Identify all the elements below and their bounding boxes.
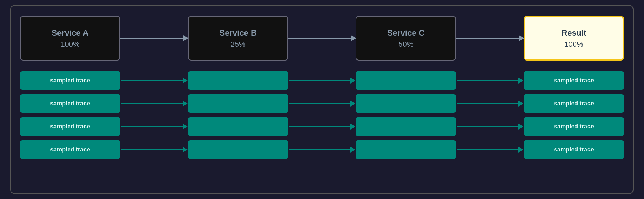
trace-arrow-4-bc bbox=[288, 140, 356, 159]
trace-arrow-line-1-cr bbox=[457, 80, 523, 81]
trace-badge-a-1: sampled trace bbox=[20, 71, 120, 90]
result-box: Result 100% bbox=[524, 16, 624, 61]
trace-arrow-line-2-ab bbox=[121, 103, 187, 104]
trace-badge-b-1 bbox=[188, 71, 288, 90]
trace-arrow-line-2-bc bbox=[289, 103, 355, 104]
arrow-c-result bbox=[456, 38, 524, 39]
trace-badge-c-1 bbox=[356, 71, 456, 90]
trace-arrow-line-1-bc bbox=[289, 80, 355, 81]
trace-arrow-line-4-cr bbox=[457, 149, 523, 150]
result-percent: 100% bbox=[564, 40, 583, 49]
service-b-percent: 25% bbox=[231, 40, 246, 49]
arrow-a-b bbox=[120, 38, 188, 39]
trace-row-4: sampled trace sampled trace bbox=[20, 140, 624, 159]
trace-arrow-line-2-cr bbox=[457, 103, 523, 104]
service-a-percent: 100% bbox=[60, 40, 79, 49]
trace-row-2: sampled trace sampled trace bbox=[20, 94, 624, 113]
trace-arrow-line-4-ab bbox=[121, 149, 187, 150]
trace-arrow-1-bc bbox=[288, 71, 356, 90]
trace-row-3: sampled trace sampled trace bbox=[20, 117, 624, 136]
trace-badge-b-2 bbox=[188, 94, 288, 113]
service-b-title: Service B bbox=[220, 28, 257, 38]
trace-arrow-2-cr bbox=[456, 94, 524, 113]
service-b-box: Service B 25% bbox=[188, 16, 288, 61]
arrow-line-c-result bbox=[456, 38, 524, 39]
traces-container: sampled trace sampled trace sampled trac… bbox=[20, 71, 624, 159]
trace-badge-result-4: sampled trace bbox=[524, 140, 624, 159]
trace-arrow-3-cr bbox=[456, 117, 524, 136]
service-c-box: Service C 50% bbox=[356, 16, 456, 61]
trace-arrow-2-bc bbox=[288, 94, 356, 113]
trace-badge-result-1: sampled trace bbox=[524, 71, 624, 90]
trace-badge-a-4: sampled trace bbox=[20, 140, 120, 159]
trace-badge-a-3: sampled trace bbox=[20, 117, 120, 136]
trace-arrow-1-ab bbox=[120, 71, 188, 90]
trace-arrow-line-3-bc bbox=[289, 126, 355, 127]
trace-badge-result-2: sampled trace bbox=[524, 94, 624, 113]
trace-badge-result-3: sampled trace bbox=[524, 117, 624, 136]
trace-arrow-3-ab bbox=[120, 117, 188, 136]
trace-badge-c-2 bbox=[356, 94, 456, 113]
trace-arrow-1-cr bbox=[456, 71, 524, 90]
service-a-title: Service A bbox=[52, 28, 88, 38]
header-row: Service A 100% Service B 25% Service C 5… bbox=[20, 16, 624, 61]
arrow-line-b-c bbox=[288, 38, 356, 39]
trace-arrow-line-1-ab bbox=[121, 80, 187, 81]
trace-arrow-3-bc bbox=[288, 117, 356, 136]
trace-row-1: sampled trace sampled trace bbox=[20, 71, 624, 90]
arrow-b-c bbox=[288, 38, 356, 39]
service-a-box: Service A 100% bbox=[20, 16, 120, 61]
trace-badge-c-4 bbox=[356, 140, 456, 159]
trace-arrow-line-4-bc bbox=[289, 149, 355, 150]
trace-arrow-line-3-cr bbox=[457, 126, 523, 127]
trace-badge-c-3 bbox=[356, 117, 456, 136]
trace-badge-a-2: sampled trace bbox=[20, 94, 120, 113]
trace-arrow-2-ab bbox=[120, 94, 188, 113]
service-c-title: Service C bbox=[387, 28, 424, 38]
trace-badge-b-4 bbox=[188, 140, 288, 159]
diagram-container: Service A 100% Service B 25% Service C 5… bbox=[10, 5, 634, 194]
trace-arrow-4-cr bbox=[456, 140, 524, 159]
result-title: Result bbox=[561, 28, 586, 38]
arrow-line-a-b bbox=[120, 38, 188, 39]
service-c-percent: 50% bbox=[398, 40, 413, 49]
trace-arrow-4-ab bbox=[120, 140, 188, 159]
trace-badge-b-3 bbox=[188, 117, 288, 136]
trace-arrow-line-3-ab bbox=[121, 126, 187, 127]
